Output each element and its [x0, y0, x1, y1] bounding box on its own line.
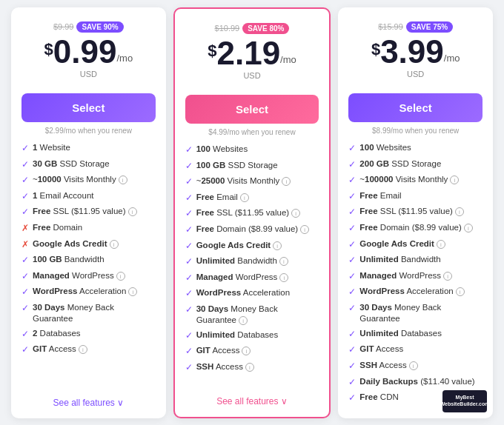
info-icon[interactable]: i [300, 225, 309, 234]
feature-bold-text: WordPress [359, 287, 405, 295]
feature-bold-text: 100 [196, 144, 210, 153]
check-icon: ✓ [348, 159, 356, 171]
feature-item: ✓Free Domain ($8.99 value)i [185, 224, 319, 236]
check-icon: ✓ [185, 144, 193, 156]
feature-text: Managed WordPressi [359, 270, 452, 281]
feature-text: Managed WordPressi [196, 272, 289, 283]
feature-text: 100 GB Bandwidth [33, 254, 105, 265]
feature-item: ✓200 GB SSD Storage [348, 158, 483, 171]
feature-text: GIT Access [359, 344, 403, 355]
feature-text: WordPress Accelerationi [33, 286, 137, 297]
feature-bold-text: 30 Days [33, 303, 64, 312]
features-list: ✓1 Website✓30 GB SSD Storage✓~10000 Visi… [21, 142, 156, 390]
price-period: /mo [280, 54, 296, 65]
select-button-basic[interactable]: Select [21, 93, 156, 122]
feature-text: Free Domain ($8.99 value)i [359, 222, 472, 233]
feature-item: ✓30 Days Money Back Guarantee [21, 302, 156, 324]
select-button-business[interactable]: Select [348, 93, 483, 122]
feature-text: Free CDN [359, 392, 398, 403]
plan-card-business: $15.99SAVE 75%$3.99/moUSDSelect$8.99/mo … [338, 7, 493, 418]
feature-bold-text: 30 GB [33, 159, 57, 168]
info-icon[interactable]: i [79, 345, 87, 354]
check-icon: ✓ [185, 161, 193, 173]
check-icon: ✓ [21, 255, 29, 267]
info-icon[interactable]: i [128, 287, 137, 296]
price-amount: 0.99 [53, 36, 117, 68]
feature-bold-text: Managed [359, 271, 397, 280]
info-icon[interactable]: i [128, 207, 137, 216]
info-icon[interactable]: i [116, 272, 125, 281]
feature-item: ✓Free Domain ($8.99 value)i [348, 222, 483, 235]
feature-text: ~25000 Visits Monthlyi [196, 175, 291, 187]
feature-item: ✓Unlimited Bandwidthi [185, 255, 319, 268]
feature-bold-text: Free [359, 392, 377, 401]
check-icon: ✓ [21, 344, 29, 356]
info-icon[interactable]: i [464, 224, 473, 232]
see-all-features[interactable]: See all features ∨ [185, 396, 319, 406]
currency-symbol: $ [371, 40, 380, 59]
info-icon[interactable]: i [245, 363, 254, 372]
feature-item: ✓GIT Accessi [21, 344, 156, 356]
info-icon[interactable]: i [119, 175, 127, 184]
feature-bold-text: Unlimited [196, 256, 235, 265]
see-all-features[interactable]: See all features ∨ [21, 398, 156, 408]
feature-item: ✓Free SSL ($11.95 value)i [348, 206, 483, 218]
price-header: $9.99SAVE 90%$0.99/moUSD [21, 19, 156, 78]
info-icon[interactable]: i [279, 273, 288, 282]
info-icon[interactable]: i [239, 316, 248, 325]
info-icon[interactable]: i [291, 209, 300, 218]
feature-item: ✓~25000 Visits Monthlyi [185, 175, 319, 188]
info-icon[interactable]: i [437, 240, 445, 249]
check-icon: ✓ [21, 191, 29, 203]
features-list: ✓100 Websites✓100 GB SSD Storage✓~25000 … [185, 144, 319, 389]
feature-text: Google Ads Crediti [196, 240, 282, 251]
feature-bold-text: Free [359, 191, 377, 200]
info-icon[interactable]: i [450, 175, 459, 184]
feature-bold-text: Free [33, 223, 50, 232]
feature-bold-text: 30 Days [359, 303, 391, 312]
feature-item: ✓Managed WordPressi [21, 270, 156, 283]
feature-text: Google Ads Crediti [359, 238, 445, 250]
info-icon[interactable]: i [456, 287, 465, 296]
info-icon[interactable]: i [242, 347, 251, 355]
feature-bold-text: Free [359, 223, 377, 232]
info-icon[interactable]: i [455, 207, 464, 216]
price-amount: 3.99 [380, 36, 444, 68]
feature-bold-text: 100000 [365, 175, 393, 184]
price-top-line: $9.99SAVE 90% [21, 19, 156, 33]
feature-item: ✓Free Email [348, 190, 483, 203]
feature-text: 30 GB SSD Storage [33, 158, 110, 170]
feature-bold-text: GIT [359, 344, 374, 353]
feature-bold-text: GIT [196, 346, 210, 355]
check-icon: ✓ [21, 143, 29, 155]
info-icon[interactable]: i [279, 257, 288, 266]
info-icon[interactable]: i [110, 240, 119, 249]
info-icon[interactable]: i [443, 272, 452, 281]
info-icon[interactable]: i [409, 361, 418, 370]
feature-text: Unlimited Databases [359, 328, 442, 339]
check-icon: ✓ [21, 287, 29, 298]
feature-bold-text: 100 GB [33, 255, 62, 264]
feature-item: ✓Unlimited Bandwidth [348, 254, 483, 267]
info-icon[interactable]: i [273, 241, 282, 250]
feature-bold-text: Google Ads Credit [359, 239, 434, 248]
feature-text: Free SSL ($11.95 value)i [196, 207, 301, 218]
feature-bold-text: Free [33, 207, 50, 215]
feature-bold-text: Daily Backups [359, 377, 418, 386]
check-icon: ✓ [348, 239, 356, 251]
feature-item: ✓Managed WordPressi [185, 272, 319, 284]
save-badge: SAVE 80% [242, 23, 289, 34]
info-icon[interactable]: i [282, 177, 291, 186]
feature-bold-text: 1 [33, 143, 37, 152]
price-header: $15.99SAVE 75%$3.99/moUSD [348, 19, 483, 78]
check-icon: ✓ [348, 377, 356, 389]
feature-item: ✓Google Ads Crediti [185, 240, 319, 252]
currency-symbol: $ [208, 41, 216, 61]
original-price: $15.99 [378, 22, 403, 31]
info-icon[interactable]: i [240, 193, 249, 202]
feature-item: ✓Managed WordPressi [348, 270, 483, 283]
select-button-premium[interactable]: Select [185, 95, 319, 124]
feature-bold-text: Free [196, 193, 214, 201]
feature-item: ✓30 GB SSD Storage [21, 158, 156, 171]
feature-text: 100 Websites [359, 142, 411, 153]
